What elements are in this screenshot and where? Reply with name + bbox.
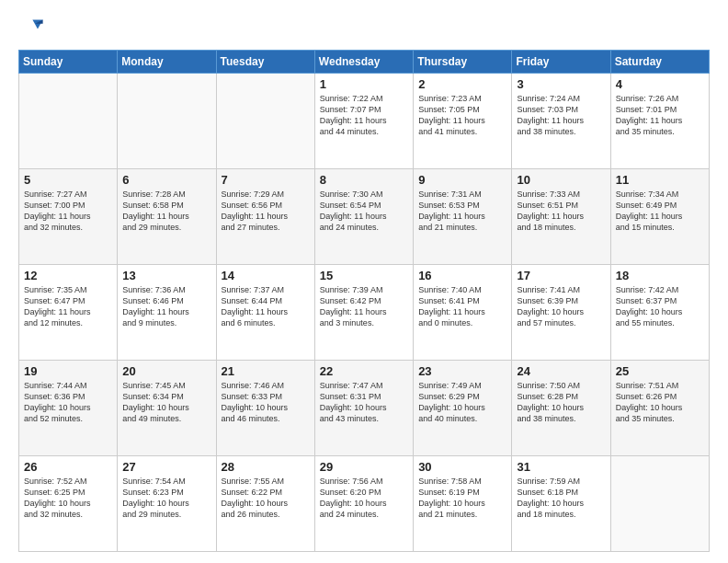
day-number: 1 (320, 77, 408, 91)
calendar-week-3: 12Sunrise: 7:35 AM Sunset: 6:47 PM Dayli… (19, 265, 710, 361)
calendar-cell: 23Sunrise: 7:49 AM Sunset: 6:29 PM Dayli… (414, 361, 512, 456)
calendar-cell: 30Sunrise: 7:58 AM Sunset: 6:19 PM Dayli… (414, 456, 512, 552)
day-number: 14 (222, 269, 310, 282)
calendar-cell: 10Sunrise: 7:33 AM Sunset: 6:51 PM Dayli… (512, 169, 610, 265)
calendar-cell: 17Sunrise: 7:41 AM Sunset: 6:39 PM Dayli… (512, 265, 610, 361)
day-info: Sunrise: 7:37 AM Sunset: 6:44 PM Dayligh… (222, 284, 310, 329)
calendar-header-thursday: Thursday (414, 51, 512, 74)
calendar-cell: 20Sunrise: 7:45 AM Sunset: 6:34 PM Dayli… (118, 361, 216, 456)
calendar-cell: 12Sunrise: 7:35 AM Sunset: 6:47 PM Dayli… (19, 265, 118, 361)
calendar-cell (216, 74, 314, 169)
logo (18, 15, 48, 40)
day-number: 12 (24, 269, 112, 282)
day-info: Sunrise: 7:45 AM Sunset: 6:34 PM Dayligh… (122, 380, 210, 425)
calendar-cell: 9Sunrise: 7:31 AM Sunset: 6:53 PM Daylig… (414, 169, 512, 265)
calendar-cell: 18Sunrise: 7:42 AM Sunset: 6:37 PM Dayli… (610, 265, 709, 361)
calendar-cell: 15Sunrise: 7:39 AM Sunset: 6:42 PM Dayli… (314, 265, 413, 361)
calendar-cell (19, 74, 118, 169)
day-number: 28 (222, 460, 310, 474)
day-info: Sunrise: 7:30 AM Sunset: 6:54 PM Dayligh… (320, 189, 408, 234)
day-number: 18 (616, 269, 704, 282)
calendar-cell (610, 456, 709, 552)
day-info: Sunrise: 7:23 AM Sunset: 7:05 PM Dayligh… (418, 93, 506, 138)
day-number: 24 (517, 364, 605, 378)
calendar-cell: 25Sunrise: 7:51 AM Sunset: 6:26 PM Dayli… (610, 361, 709, 456)
day-number: 22 (320, 364, 408, 378)
calendar-cell: 29Sunrise: 7:56 AM Sunset: 6:20 PM Dayli… (314, 456, 413, 552)
calendar-cell: 13Sunrise: 7:36 AM Sunset: 6:46 PM Dayli… (118, 265, 216, 361)
calendar-header-row: SundayMondayTuesdayWednesdayThursdayFrid… (19, 51, 710, 74)
day-info: Sunrise: 7:39 AM Sunset: 6:42 PM Dayligh… (320, 284, 408, 329)
day-number: 3 (517, 77, 605, 91)
calendar-cell (118, 74, 216, 169)
calendar-cell: 31Sunrise: 7:59 AM Sunset: 6:18 PM Dayli… (512, 456, 610, 552)
calendar-cell: 6Sunrise: 7:28 AM Sunset: 6:58 PM Daylig… (118, 169, 216, 265)
day-number: 23 (418, 364, 506, 378)
day-number: 6 (122, 173, 210, 187)
day-number: 7 (222, 173, 310, 187)
calendar-week-5: 26Sunrise: 7:52 AM Sunset: 6:25 PM Dayli… (19, 456, 710, 552)
day-info: Sunrise: 7:42 AM Sunset: 6:37 PM Dayligh… (616, 284, 704, 329)
day-number: 17 (517, 269, 605, 282)
day-number: 2 (418, 77, 506, 91)
calendar-cell: 22Sunrise: 7:47 AM Sunset: 6:31 PM Dayli… (314, 361, 413, 456)
calendar-cell: 7Sunrise: 7:29 AM Sunset: 6:56 PM Daylig… (216, 169, 314, 265)
day-number: 19 (24, 364, 112, 378)
calendar-cell: 14Sunrise: 7:37 AM Sunset: 6:44 PM Dayli… (216, 265, 314, 361)
calendar-cell: 26Sunrise: 7:52 AM Sunset: 6:25 PM Dayli… (19, 456, 118, 552)
day-info: Sunrise: 7:59 AM Sunset: 6:18 PM Dayligh… (517, 476, 605, 521)
calendar-header-friday: Friday (512, 51, 610, 74)
day-info: Sunrise: 7:40 AM Sunset: 6:41 PM Dayligh… (418, 284, 506, 329)
day-info: Sunrise: 7:52 AM Sunset: 6:25 PM Dayligh… (24, 476, 112, 521)
day-number: 11 (616, 173, 704, 187)
day-number: 20 (122, 364, 210, 378)
day-info: Sunrise: 7:46 AM Sunset: 6:33 PM Dayligh… (222, 380, 310, 425)
day-number: 9 (418, 173, 506, 187)
calendar-cell: 19Sunrise: 7:44 AM Sunset: 6:36 PM Dayli… (19, 361, 118, 456)
calendar-table: SundayMondayTuesdayWednesdayThursdayFrid… (18, 50, 710, 552)
day-number: 31 (517, 460, 605, 474)
day-number: 4 (616, 77, 704, 91)
calendar-cell: 28Sunrise: 7:55 AM Sunset: 6:22 PM Dayli… (216, 456, 314, 552)
calendar-cell: 3Sunrise: 7:24 AM Sunset: 7:03 PM Daylig… (512, 74, 610, 169)
day-info: Sunrise: 7:27 AM Sunset: 7:00 PM Dayligh… (24, 189, 112, 234)
day-info: Sunrise: 7:31 AM Sunset: 6:53 PM Dayligh… (418, 189, 506, 234)
day-info: Sunrise: 7:33 AM Sunset: 6:51 PM Dayligh… (517, 189, 605, 234)
day-info: Sunrise: 7:58 AM Sunset: 6:19 PM Dayligh… (418, 476, 506, 521)
calendar-cell: 4Sunrise: 7:26 AM Sunset: 7:01 PM Daylig… (610, 74, 709, 169)
logo-icon (18, 15, 44, 40)
day-info: Sunrise: 7:51 AM Sunset: 6:26 PM Dayligh… (616, 380, 704, 425)
day-number: 26 (24, 460, 112, 474)
day-number: 13 (122, 269, 210, 282)
day-number: 10 (517, 173, 605, 187)
day-info: Sunrise: 7:36 AM Sunset: 6:46 PM Dayligh… (122, 284, 210, 329)
day-info: Sunrise: 7:28 AM Sunset: 6:58 PM Dayligh… (122, 189, 210, 234)
day-number: 29 (320, 460, 408, 474)
calendar-cell: 2Sunrise: 7:23 AM Sunset: 7:05 PM Daylig… (414, 74, 512, 169)
day-info: Sunrise: 7:26 AM Sunset: 7:01 PM Dayligh… (616, 93, 704, 138)
day-info: Sunrise: 7:56 AM Sunset: 6:20 PM Dayligh… (320, 476, 408, 521)
day-number: 25 (616, 364, 704, 378)
calendar-cell: 27Sunrise: 7:54 AM Sunset: 6:23 PM Dayli… (118, 456, 216, 552)
calendar-cell: 16Sunrise: 7:40 AM Sunset: 6:41 PM Dayli… (414, 265, 512, 361)
day-number: 30 (418, 460, 506, 474)
day-number: 5 (24, 173, 112, 187)
day-info: Sunrise: 7:22 AM Sunset: 7:07 PM Dayligh… (320, 93, 408, 138)
calendar-cell: 11Sunrise: 7:34 AM Sunset: 6:49 PM Dayli… (610, 169, 709, 265)
calendar-header-tuesday: Tuesday (216, 51, 314, 74)
calendar-week-4: 19Sunrise: 7:44 AM Sunset: 6:36 PM Dayli… (19, 361, 710, 456)
day-number: 15 (320, 269, 408, 282)
day-info: Sunrise: 7:55 AM Sunset: 6:22 PM Dayligh… (222, 476, 310, 521)
day-info: Sunrise: 7:34 AM Sunset: 6:49 PM Dayligh… (616, 189, 704, 234)
day-info: Sunrise: 7:41 AM Sunset: 6:39 PM Dayligh… (517, 284, 605, 329)
calendar-week-1: 1Sunrise: 7:22 AM Sunset: 7:07 PM Daylig… (19, 74, 710, 169)
day-info: Sunrise: 7:49 AM Sunset: 6:29 PM Dayligh… (418, 380, 506, 425)
calendar-cell: 8Sunrise: 7:30 AM Sunset: 6:54 PM Daylig… (314, 169, 413, 265)
day-info: Sunrise: 7:44 AM Sunset: 6:36 PM Dayligh… (24, 380, 112, 425)
calendar-header-monday: Monday (118, 51, 216, 74)
day-number: 21 (222, 364, 310, 378)
day-info: Sunrise: 7:29 AM Sunset: 6:56 PM Dayligh… (222, 189, 310, 234)
calendar-header-saturday: Saturday (610, 51, 709, 74)
calendar-header-wednesday: Wednesday (314, 51, 413, 74)
day-info: Sunrise: 7:50 AM Sunset: 6:28 PM Dayligh… (517, 380, 605, 425)
